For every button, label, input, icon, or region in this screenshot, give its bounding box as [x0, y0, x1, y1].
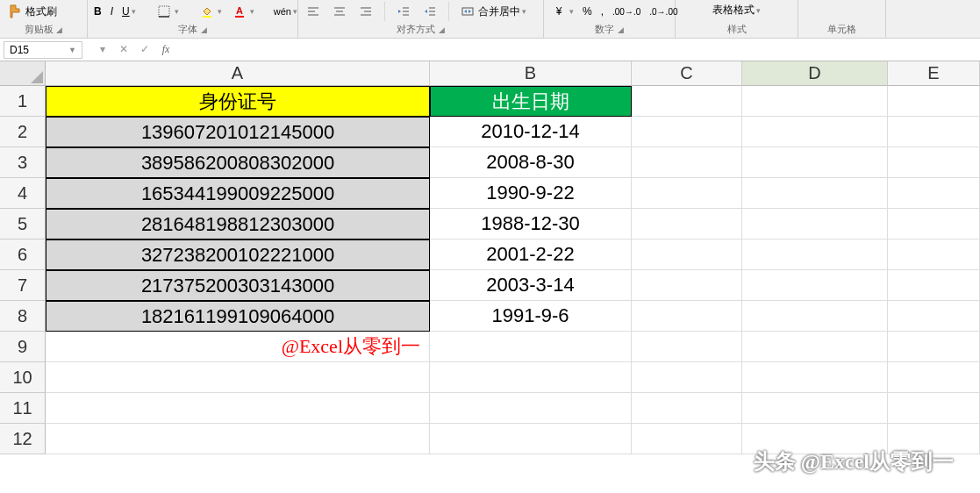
format-painter-button[interactable]: 格式刷	[4, 2, 60, 21]
row-header-7[interactable]: 7	[0, 270, 46, 301]
cell-B6[interactable]: 2001-2-22	[430, 239, 632, 270]
cell-E11[interactable]	[888, 393, 980, 424]
cell-D5[interactable]	[742, 209, 888, 239]
table-format-button[interactable]: 表格格式 ▾	[710, 2, 763, 18]
cancel-formula-button[interactable]: ✕	[116, 43, 132, 56]
cell-C1[interactable]	[632, 86, 742, 117]
insert-function-button[interactable]: fx	[158, 43, 174, 56]
bold-button[interactable]: B	[91, 4, 104, 18]
column-header-B[interactable]: B	[430, 61, 632, 86]
cell-E5[interactable]	[888, 209, 980, 239]
cell-B12[interactable]	[430, 424, 632, 454]
cell-B5[interactable]: 1988-12-30	[430, 209, 632, 239]
cell-C2[interactable]	[632, 117, 742, 147]
cell-E3[interactable]	[888, 147, 980, 178]
cell-A1[interactable]: 身份证号	[46, 86, 430, 117]
cell-C11[interactable]	[632, 393, 742, 424]
cell-E4[interactable]	[888, 178, 980, 209]
align-left-button[interactable]	[302, 2, 325, 21]
phonetic-button[interactable]: wén ▾	[271, 5, 300, 18]
cell-C12[interactable]	[632, 424, 742, 454]
row-header-12[interactable]: 12	[0, 424, 46, 454]
row-header-11[interactable]: 11	[0, 393, 46, 424]
cell-D8[interactable]	[742, 301, 888, 332]
cell-A7[interactable]: 217375200303143000	[46, 270, 430, 301]
chevron-down-icon[interactable]: ▼	[68, 46, 76, 54]
row-header-5[interactable]: 5	[0, 209, 46, 239]
accept-formula-button[interactable]: ✓	[137, 43, 153, 56]
cell-C10[interactable]	[632, 362, 742, 393]
cell-C6[interactable]	[632, 239, 742, 270]
row-header-4[interactable]: 4	[0, 178, 46, 209]
cell-E2[interactable]	[888, 117, 980, 147]
cell-A9[interactable]: @Excel从零到一	[46, 332, 430, 362]
cell-B1[interactable]: 出生日期	[430, 86, 632, 117]
increase-decimal-button[interactable]: .00→.0	[610, 6, 643, 18]
row-header-8[interactable]: 8	[0, 301, 46, 332]
row-header-1[interactable]: 1	[0, 86, 46, 117]
cell-C9[interactable]	[632, 332, 742, 362]
cell-B8[interactable]: 1991-9-6	[430, 301, 632, 332]
cell-A2[interactable]: 139607201012145000	[46, 117, 430, 147]
dialog-launcher-icon[interactable]: ◢	[439, 25, 445, 34]
border-button[interactable]: ▾	[153, 2, 182, 21]
percent-button[interactable]: %	[580, 4, 595, 18]
cell-A6[interactable]: 327238200102221000	[46, 239, 430, 270]
comma-button[interactable]: ,	[598, 4, 606, 18]
dialog-launcher-icon[interactable]: ◢	[201, 25, 207, 34]
dialog-launcher-icon[interactable]: ◢	[618, 25, 624, 34]
cell-B9[interactable]	[430, 332, 632, 362]
formula-input[interactable]	[182, 41, 980, 59]
underline-button[interactable]: U ▾	[119, 4, 139, 18]
align-right-button[interactable]	[354, 2, 377, 21]
column-header-C[interactable]: C	[632, 61, 742, 86]
fill-color-button[interactable]: ▾	[196, 2, 225, 21]
row-header-6[interactable]: 6	[0, 239, 46, 270]
cell-D9[interactable]	[742, 332, 888, 362]
cell-B4[interactable]: 1990-9-22	[430, 178, 632, 209]
cell-C3[interactable]	[632, 147, 742, 178]
cell-B7[interactable]: 2003-3-14	[430, 270, 632, 301]
indent-increase-button[interactable]	[418, 2, 441, 21]
cell-D3[interactable]	[742, 147, 888, 178]
font-color-button[interactable]: A ▾	[228, 2, 257, 21]
cell-A8[interactable]: 182161199109064000	[46, 301, 430, 332]
cell-A5[interactable]: 281648198812303000	[46, 209, 430, 239]
row-header-2[interactable]: 2	[0, 117, 46, 147]
name-box[interactable]: D15 ▼	[4, 41, 82, 59]
column-header-D[interactable]: D	[742, 61, 888, 86]
cell-E7[interactable]	[888, 270, 980, 301]
cell-C5[interactable]	[632, 209, 742, 239]
chevron-down-icon[interactable]: ▾	[95, 43, 111, 56]
cell-B10[interactable]	[430, 362, 632, 393]
row-header-9[interactable]: 9	[0, 332, 46, 362]
cell-A4[interactable]: 165344199009225000	[46, 178, 430, 209]
cell-A12[interactable]	[46, 424, 430, 454]
cell-A11[interactable]	[46, 393, 430, 424]
cell-C8[interactable]	[632, 301, 742, 332]
italic-button[interactable]: I	[108, 4, 116, 18]
cell-E1[interactable]	[888, 86, 980, 117]
cell-E6[interactable]	[888, 239, 980, 270]
cell-D10[interactable]	[742, 362, 888, 393]
cell-D7[interactable]	[742, 270, 888, 301]
cell-C4[interactable]	[632, 178, 742, 209]
cell-D2[interactable]	[742, 117, 888, 147]
cell-C7[interactable]	[632, 270, 742, 301]
cell-E8[interactable]	[888, 301, 980, 332]
column-header-E[interactable]: E	[888, 61, 980, 86]
cell-B3[interactable]: 2008-8-30	[430, 147, 632, 178]
select-all-corner[interactable]	[0, 61, 46, 86]
currency-button[interactable]: ¥ ▾	[547, 2, 576, 21]
cell-B2[interactable]: 2010-12-14	[430, 117, 632, 147]
cell-A3[interactable]: 389586200808302000	[46, 147, 430, 178]
cell-D4[interactable]	[742, 178, 888, 209]
cell-D11[interactable]	[742, 393, 888, 424]
row-header-3[interactable]: 3	[0, 147, 46, 178]
cell-D6[interactable]	[742, 239, 888, 270]
cell-A10[interactable]	[46, 362, 430, 393]
cell-E10[interactable]	[888, 362, 980, 393]
merge-center-button[interactable]: 合并居中 ▾	[456, 2, 529, 21]
cell-D1[interactable]	[742, 86, 888, 117]
cell-B11[interactable]	[430, 393, 632, 424]
